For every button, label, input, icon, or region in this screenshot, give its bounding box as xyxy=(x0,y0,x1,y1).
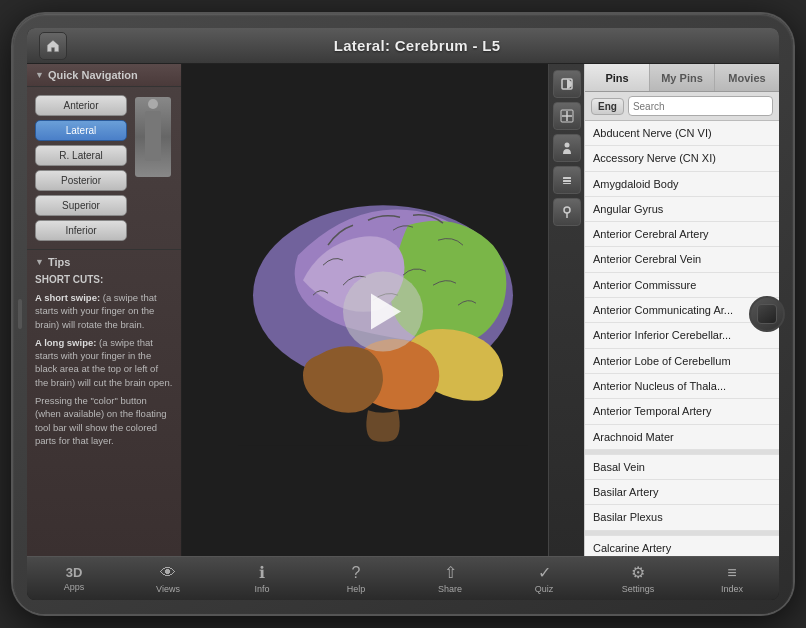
bottom-tab-index[interactable]: ≡Index xyxy=(685,557,779,600)
list-item[interactable]: Accessory Nerve (CN XI) xyxy=(585,146,779,171)
nav-btn-rlateral[interactable]: R. Lateral xyxy=(35,145,127,166)
help-icon: ? xyxy=(352,564,361,582)
tabs-row: Pins My Pins Movies xyxy=(585,64,779,92)
skeleton-image xyxy=(135,97,171,177)
tool-btn-1[interactable] xyxy=(553,70,581,98)
pin-icon xyxy=(560,205,574,219)
ipad-home-button[interactable] xyxy=(749,296,785,332)
shortcuts-title: SHORT CUTS: xyxy=(35,273,173,287)
svg-rect-5 xyxy=(563,177,571,179)
search-input[interactable] xyxy=(628,96,773,116)
list-item[interactable]: Basal Vein xyxy=(585,455,779,480)
apps-icon: 3D xyxy=(66,565,83,580)
tips-section: ▼ Tips SHORT CUTS: A short swipe: (a swi… xyxy=(27,249,181,556)
settings-label: Settings xyxy=(622,584,655,594)
bottom-tab-apps[interactable]: 3DApps xyxy=(27,557,121,600)
help-label: Help xyxy=(347,584,366,594)
tool-btn-2[interactable] xyxy=(553,102,581,130)
main-content: ▼ Quick Navigation Anterior Lateral R. L… xyxy=(27,64,779,556)
tips-header: ▼ Tips xyxy=(35,256,173,268)
nav-btn-anterior[interactable]: Anterior xyxy=(35,95,127,116)
tab-movies[interactable]: Movies xyxy=(715,64,779,91)
home-icon xyxy=(45,38,61,54)
views-icon: 👁 xyxy=(160,564,176,582)
nav-btn-inferior[interactable]: Inferior xyxy=(35,220,127,241)
layers-icon xyxy=(560,173,574,187)
info-icon: ℹ xyxy=(259,563,265,582)
list-item[interactable]: Basilar Plexus xyxy=(585,505,779,530)
svg-point-4 xyxy=(564,143,569,148)
list-item[interactable]: Basilar Artery xyxy=(585,480,779,505)
home-button-inner xyxy=(757,304,777,324)
anatomy-list[interactable]: Abducent Nerve (CN VI)Accessory Nerve (C… xyxy=(585,121,779,556)
quick-nav-title: Quick Navigation xyxy=(48,69,138,81)
svg-rect-6 xyxy=(563,180,571,182)
bottom-tab-views[interactable]: 👁Views xyxy=(121,557,215,600)
index-icon: ≡ xyxy=(727,564,736,582)
list-item[interactable]: Anterior Cerebral Vein xyxy=(585,247,779,272)
list-item[interactable]: Amygdaloid Body xyxy=(585,172,779,197)
settings-icon: ⚙ xyxy=(631,563,645,582)
index-label: Index xyxy=(721,584,743,594)
list-item[interactable]: Anterior Nucleus of Thala... xyxy=(585,374,779,399)
nav-buttons: Anterior Lateral R. Lateral Posterior Su… xyxy=(35,95,127,241)
tips-triangle-icon: ▼ xyxy=(35,257,44,267)
list-item[interactable]: Angular Gyrus xyxy=(585,197,779,222)
tip1-bold: A short swipe: xyxy=(35,292,100,303)
list-item[interactable]: Anterior Cerebral Artery xyxy=(585,222,779,247)
tool-btn-3[interactable] xyxy=(553,134,581,162)
info-label: Info xyxy=(254,584,269,594)
tool-btn-5[interactable] xyxy=(553,198,581,226)
nav-btn-posterior[interactable]: Posterior xyxy=(35,170,127,191)
bottom-tab-settings[interactable]: ⚙Settings xyxy=(591,557,685,600)
list-item[interactable]: Abducent Nerve (CN VI) xyxy=(585,121,779,146)
contrast-icon xyxy=(560,77,574,91)
center-panel xyxy=(182,64,584,556)
svg-rect-7 xyxy=(563,183,571,184)
ipad-frame: Lateral: Cerebrum - L5 ▼ Quick Navigatio… xyxy=(13,14,793,614)
view-toolbar xyxy=(548,64,584,556)
tool-btn-4[interactable] xyxy=(553,166,581,194)
home-button[interactable] xyxy=(39,32,67,60)
tips-title: Tips xyxy=(48,256,70,268)
play-button[interactable] xyxy=(343,272,423,352)
play-icon xyxy=(371,294,401,330)
nav-btn-superior[interactable]: Superior xyxy=(35,195,127,216)
bottom-tab-quiz[interactable]: ✓Quiz xyxy=(497,557,591,600)
skeleton-container xyxy=(133,95,173,241)
list-item[interactable]: Anterior Inferior Cerebellar... xyxy=(585,323,779,348)
tips-content: SHORT CUTS: A short swipe: (a swipe that… xyxy=(35,273,173,447)
tip1: A short swipe: (a swipe that starts with… xyxy=(35,291,173,331)
bottom-toolbar: 3DApps👁ViewsℹInfo?Help⇧Share✓Quiz⚙Settin… xyxy=(27,556,779,600)
left-panel: ▼ Quick Navigation Anterior Lateral R. L… xyxy=(27,64,182,556)
tip3: Pressing the "color" button (when availa… xyxy=(35,394,173,447)
nav-body: Anterior Lateral R. Lateral Posterior Su… xyxy=(27,87,181,249)
list-item[interactable]: Anterior Lobe of Cerebellum xyxy=(585,349,779,374)
side-button xyxy=(18,299,22,329)
bottom-tab-share[interactable]: ⇧Share xyxy=(403,557,497,600)
tab-mypins[interactable]: My Pins xyxy=(650,64,715,91)
share-icon: ⇧ xyxy=(444,563,457,582)
person-icon xyxy=(560,141,574,155)
list-item[interactable]: Arachnoid Mater xyxy=(585,425,779,450)
quick-nav-header: ▼ Quick Navigation xyxy=(27,64,181,87)
list-item[interactable]: Anterior Commissure xyxy=(585,273,779,298)
apps-label: Apps xyxy=(64,582,85,592)
search-row: Eng xyxy=(585,92,779,121)
nav-btn-lateral[interactable]: Lateral xyxy=(35,120,127,141)
lang-button[interactable]: Eng xyxy=(591,98,624,115)
bottom-tab-info[interactable]: ℹInfo xyxy=(215,557,309,600)
triangle-icon: ▼ xyxy=(35,70,44,80)
quiz-icon: ✓ xyxy=(538,563,551,582)
title-bar: Lateral: Cerebrum - L5 xyxy=(27,28,779,64)
tab-pins[interactable]: Pins xyxy=(585,64,650,91)
quiz-label: Quiz xyxy=(535,584,554,594)
tip2: A long swipe: (a swipe that starts with … xyxy=(35,336,173,389)
svg-point-8 xyxy=(564,207,570,213)
views-label: Views xyxy=(156,584,180,594)
list-item[interactable]: Calcarine Artery xyxy=(585,536,779,556)
cut-icon xyxy=(560,109,574,123)
page-title: Lateral: Cerebrum - L5 xyxy=(67,37,767,54)
bottom-tab-help[interactable]: ?Help xyxy=(309,557,403,600)
list-item[interactable]: Anterior Temporal Artery xyxy=(585,399,779,424)
